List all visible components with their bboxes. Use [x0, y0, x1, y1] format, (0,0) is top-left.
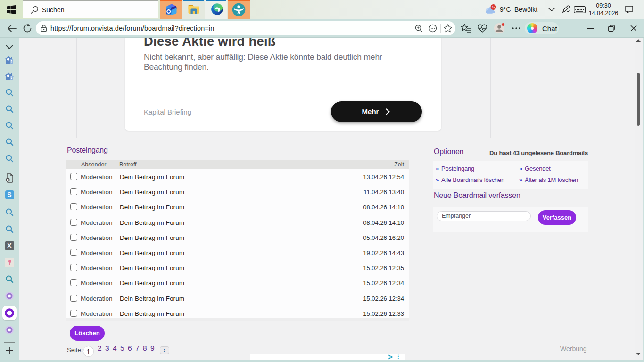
svg-text:5: 5 [492, 5, 495, 9]
